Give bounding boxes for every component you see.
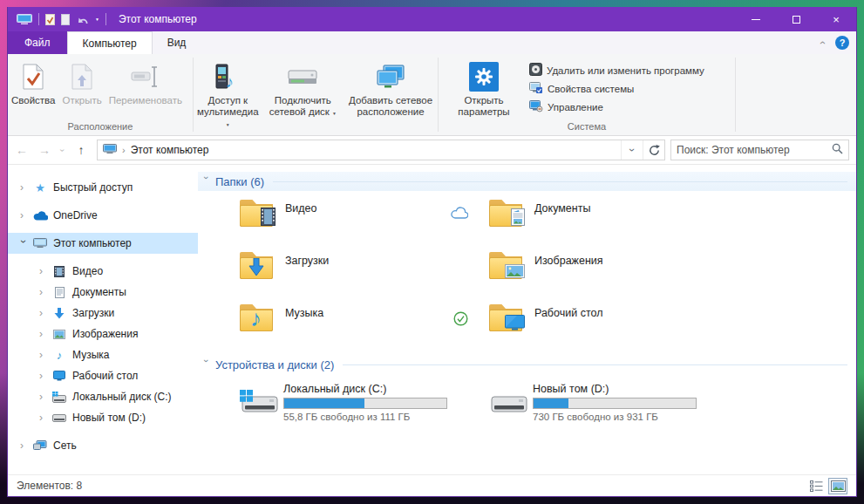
sidebar-item-pictures[interactable]: › Изображения	[8, 324, 198, 344]
properties-icon	[23, 61, 44, 92]
expander-icon[interactable]: ›	[20, 439, 27, 452]
uninstall-program-button[interactable]: Удалить или изменить программу	[529, 63, 704, 78]
sidebar-item-new-volume-d[interactable]: › Новый том (D:)	[8, 407, 198, 428]
expander-icon[interactable]: ›	[39, 412, 46, 424]
expander-icon[interactable]: ›	[39, 391, 46, 403]
manage-button[interactable]: Управление	[529, 100, 704, 114]
ribbon-collapse-button[interactable]: ›	[811, 31, 833, 54]
folder-tile-documents[interactable]: Документы	[489, 200, 738, 238]
details-view-button[interactable]	[806, 478, 826, 494]
drives-grid: Локальный диск (C:) 55,8 ГБ свободно из …	[198, 383, 856, 426]
sidebar-item-downloads[interactable]: › Загрузки	[8, 303, 198, 324]
expander-icon[interactable]: ›	[39, 370, 46, 382]
add-network-location-button[interactable]: Добавить сетевое расположение	[344, 59, 438, 119]
folder-tile-desktop[interactable]: Рабочий стол	[489, 304, 738, 343]
folder-tile-videos[interactable]: Видео	[240, 200, 489, 238]
drive-tile-c[interactable]: Локальный диск (C:) 55,8 ГБ свободно из …	[240, 383, 489, 426]
search-icon[interactable]	[832, 143, 843, 157]
qat-new-item-icon[interactable]	[61, 14, 70, 25]
maximize-button[interactable]	[776, 7, 816, 31]
minimize-button[interactable]	[736, 7, 776, 31]
capacity-bar-fill	[284, 398, 364, 408]
expander-icon[interactable]: ›	[39, 328, 46, 340]
close-button[interactable]: ×	[816, 7, 856, 31]
search-input[interactable]	[677, 144, 832, 156]
refresh-button[interactable]	[643, 140, 664, 160]
section-collapse-icon[interactable]: ›	[201, 359, 212, 370]
picture-icon	[51, 330, 67, 339]
back-button[interactable]: ←	[11, 140, 32, 160]
up-button[interactable]: ↑	[71, 140, 92, 160]
system-properties-icon	[529, 82, 543, 96]
pictures-folder-icon	[489, 252, 522, 279]
titlebar[interactable]: ▼ Этот компьютер ×	[8, 7, 856, 31]
expander-icon[interactable]: ›	[20, 209, 27, 221]
expander-icon[interactable]: ›	[17, 240, 30, 247]
sidebar-item-this-pc[interactable]: › Этот компьютер	[8, 233, 198, 254]
expander-icon[interactable]: ›	[39, 307, 46, 319]
video-icon	[51, 266, 67, 277]
capacity-bar	[533, 398, 697, 409]
explorer-app-icon	[17, 14, 32, 25]
computer-icon	[103, 144, 117, 157]
drive-icon	[51, 412, 67, 423]
map-network-drive-button[interactable]: Подключить сетевой диск ▼	[266, 59, 341, 121]
help-button[interactable]: ?	[835, 36, 849, 50]
sidebar-item-quick-access[interactable]: › ★ Быстрый доступ	[8, 177, 198, 198]
window-controls: ×	[736, 7, 856, 31]
open-settings-button[interactable]: Открыть параметры	[446, 59, 522, 119]
svg-text:♪: ♪	[226, 73, 234, 91]
monitor-overlay-icon	[505, 315, 525, 333]
expander-icon[interactable]: ›	[20, 181, 27, 194]
tab-computer[interactable]: Компьютер	[67, 31, 153, 54]
download-arrow-overlay-icon	[248, 258, 264, 279]
sidebar-item-documents[interactable]: › Документы	[8, 282, 198, 303]
drive-icon	[489, 390, 527, 426]
qat-properties-icon[interactable]	[45, 14, 55, 25]
address-bar[interactable]: › Этот компьютер ›	[97, 140, 665, 160]
sidebar-item-network[interactable]: › Сеть	[8, 435, 198, 456]
drives-section-title: Устройства и диски (2)	[215, 358, 334, 371]
expander-icon[interactable]: ›	[39, 349, 46, 361]
tab-file[interactable]: Файл	[8, 31, 67, 54]
large-icons-view-button[interactable]	[828, 478, 847, 494]
sidebar-item-desktop[interactable]: › Рабочий стол	[8, 365, 198, 386]
address-history-dropdown-button[interactable]: ›	[621, 140, 643, 160]
drive-tile-d[interactable]: Новый том (D:) 730 ГБ свободно из 931 ГБ	[489, 383, 738, 426]
media-access-button[interactable]: ♪ Доступ к мультимедиа ▼	[194, 59, 262, 133]
rename-icon	[131, 61, 160, 92]
system-properties-button[interactable]: Свойства системы	[529, 82, 704, 96]
qat-undo-icon[interactable]	[76, 15, 89, 24]
sidebar-item-videos[interactable]: › Видео	[8, 261, 198, 282]
ribbon-group-network: ♪ Доступ к мультимедиа ▼ Подключить сете…	[194, 54, 438, 135]
search-box[interactable]	[670, 140, 849, 160]
expander-icon[interactable]: ›	[39, 286, 46, 298]
breadcrumb-path[interactable]: Этот компьютер	[131, 144, 209, 156]
properties-button[interactable]: Свойства	[8, 59, 59, 108]
section-collapse-icon[interactable]: ›	[201, 176, 212, 187]
sidebar-item-onedrive[interactable]: › OneDrive	[8, 205, 198, 226]
quick-access-toolbar: ▼	[8, 13, 106, 25]
folders-section-header[interactable]: › Папки (6)	[198, 172, 856, 191]
open-button[interactable]: Открыть	[59, 59, 105, 108]
address-row: ← → › ↑ › Этот компьютер ›	[8, 136, 856, 165]
forward-button[interactable]: →	[34, 140, 55, 160]
recent-locations-dropdown[interactable]: ›	[57, 140, 69, 160]
minimize-icon	[752, 19, 760, 20]
drives-section-header[interactable]: › Устройства и диски (2)	[198, 355, 856, 374]
dropdown-arrow-icon: ▼	[332, 111, 337, 116]
folder-tile-downloads[interactable]: Загрузки	[240, 252, 489, 290]
qat-customize-dropdown-icon[interactable]: ▼	[95, 17, 99, 22]
sidebar-item-local-disk-c[interactable]: › Локальный диск (C:)	[8, 386, 198, 407]
expander-icon[interactable]: ›	[39, 265, 46, 277]
chevron-up-icon: ›	[816, 41, 828, 44]
folder-tile-music[interactable]: ♪ Музыка	[240, 304, 489, 343]
synced-status-icon	[453, 311, 468, 329]
desktop-folder-icon	[489, 304, 522, 331]
rename-button[interactable]: Переименовать	[105, 59, 186, 108]
sidebar-item-music[interactable]: › ♪ Музыка	[8, 344, 198, 365]
music-note-icon: ♪	[51, 349, 67, 362]
folder-tile-pictures[interactable]: Изображения	[489, 252, 738, 290]
tab-view[interactable]: Вид	[153, 31, 201, 54]
explorer-window: ▼ Этот компьютер × Файл Компьютер Вид › …	[7, 7, 857, 497]
